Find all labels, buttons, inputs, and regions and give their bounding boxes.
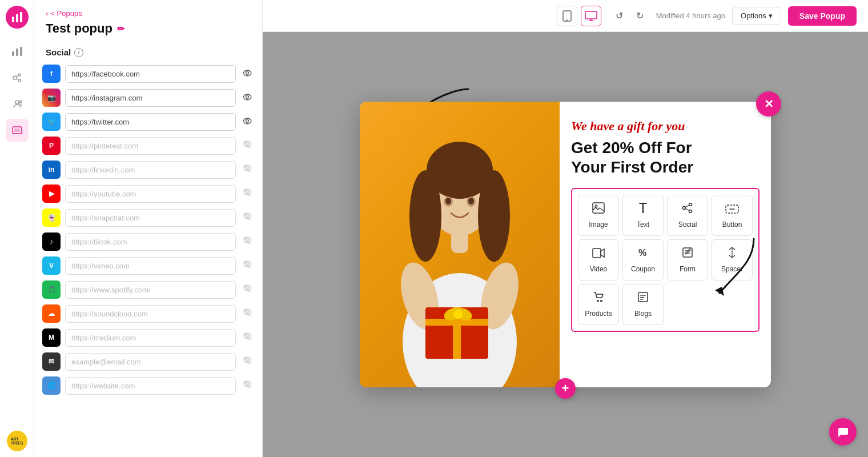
email-input[interactable] xyxy=(65,353,236,371)
social-section-title: Social i xyxy=(34,41,262,62)
vimeo-input[interactable] xyxy=(65,257,236,275)
svg-point-6 xyxy=(13,76,17,79)
website-input[interactable] xyxy=(65,377,236,395)
save-popup-button[interactable]: Save Popup xyxy=(788,6,857,26)
tiktok-input[interactable] xyxy=(65,233,236,251)
pinterest-input[interactable] xyxy=(65,137,236,155)
youtube-visibility-toggle[interactable] xyxy=(240,189,254,199)
widget-blogs[interactable]: Blogs xyxy=(622,284,664,325)
medium-input[interactable] xyxy=(65,329,236,347)
chevron-down-icon: ▾ xyxy=(769,11,773,20)
instagram-visibility-toggle[interactable] xyxy=(240,93,254,103)
products-widget-label: Products xyxy=(585,310,612,318)
popup-image-area xyxy=(360,102,560,387)
spotify-input[interactable] xyxy=(65,281,236,299)
blogs-widget-icon xyxy=(637,291,649,306)
form-widget-label: Form xyxy=(680,265,696,273)
svg-rect-1 xyxy=(16,14,18,22)
sidebar-item-analytics[interactable] xyxy=(6,40,29,63)
widget-text[interactable]: Text xyxy=(622,195,664,236)
svg-rect-4 xyxy=(16,49,18,56)
social-item-tiktok: ♪ xyxy=(34,230,262,254)
svg-line-70 xyxy=(685,209,689,211)
back-to-popups[interactable]: ‹ < Popups xyxy=(46,9,251,18)
sidebar-item-campaigns[interactable] xyxy=(6,66,29,89)
undo-btn[interactable]: ↺ xyxy=(610,7,629,25)
svg-point-52 xyxy=(453,310,463,319)
svg-rect-14 xyxy=(14,129,20,132)
soundcloud-icon: ☁ xyxy=(42,304,61,323)
spotify-visibility-toggle[interactable] xyxy=(240,284,254,295)
linkedin-icon: in xyxy=(42,161,61,179)
facebook-input[interactable] xyxy=(65,65,236,83)
widget-button[interactable]: Button xyxy=(712,195,753,236)
twitter-input[interactable] xyxy=(65,113,236,131)
email-icon: ✉ xyxy=(42,352,61,371)
svg-rect-0 xyxy=(12,17,14,22)
pinterest-visibility-toggle[interactable] xyxy=(240,141,254,151)
widget-coupon[interactable]: %Coupon xyxy=(622,239,664,280)
widget-image[interactable]: Image xyxy=(578,195,619,236)
widget-spacer[interactable]: Spacer xyxy=(712,239,753,280)
snapchat-visibility-toggle[interactable] xyxy=(240,213,254,223)
logo-button[interactable] xyxy=(6,6,29,29)
instagram-input[interactable] xyxy=(65,89,236,107)
linkedin-input[interactable] xyxy=(65,161,236,179)
website-icon: 🌐 xyxy=(42,376,61,395)
facebook-icon: f xyxy=(42,65,61,83)
mobile-device-btn[interactable] xyxy=(557,6,577,26)
add-section-btn[interactable]: + xyxy=(555,378,576,399)
text-widget-label: Text xyxy=(637,221,649,228)
social-item-facebook: f xyxy=(34,62,262,86)
sidebar-item-popups[interactable] xyxy=(6,119,29,142)
user-avatar[interactable]: ARTTREES xyxy=(7,431,27,451)
email-visibility-toggle[interactable] xyxy=(240,356,254,367)
blogs-widget-label: Blogs xyxy=(634,310,652,318)
tiktok-visibility-toggle[interactable] xyxy=(240,236,254,247)
widget-form[interactable]: Form xyxy=(667,239,708,280)
redo-btn[interactable]: ↻ xyxy=(631,7,649,25)
soundcloud-input[interactable] xyxy=(65,305,236,323)
close-popup-btn[interactable]: ✕ xyxy=(756,91,781,117)
svg-point-8 xyxy=(18,79,21,82)
chat-button[interactable] xyxy=(829,418,857,446)
desktop-device-btn[interactable] xyxy=(581,6,601,26)
video-widget-icon xyxy=(592,247,605,262)
sidebar-item-audience[interactable] xyxy=(6,93,29,115)
svg-line-9 xyxy=(17,75,18,77)
soundcloud-visibility-toggle[interactable] xyxy=(240,308,254,319)
button-widget-icon xyxy=(725,202,739,217)
social-item-instagram: 📷 xyxy=(34,86,262,110)
spacer-widget-label: Spacer xyxy=(721,265,743,273)
headline-line1: Get 20% Off For xyxy=(571,139,692,157)
svg-point-41 xyxy=(566,19,568,21)
top-bar-right: ↺ ↻ Modified 4 hours ago Options ▾ Save … xyxy=(610,6,857,26)
video-widget-label: Video xyxy=(590,265,607,273)
medium-visibility-toggle[interactable] xyxy=(240,332,254,343)
svg-point-68 xyxy=(689,210,692,213)
options-button[interactable]: Options ▾ xyxy=(732,7,781,25)
svg-point-15 xyxy=(246,72,249,75)
svg-point-55 xyxy=(409,170,441,262)
snapchat-input[interactable] xyxy=(65,209,236,227)
widget-products[interactable]: Products xyxy=(578,284,619,325)
svg-point-11 xyxy=(15,101,19,104)
edit-title-icon[interactable]: ✏ xyxy=(117,23,124,34)
social-item-spotify: 🎵 xyxy=(34,278,262,302)
snapchat-icon: 👻 xyxy=(42,209,61,227)
svg-point-66 xyxy=(689,203,692,206)
twitter-icon: 🐦 xyxy=(42,113,61,131)
facebook-visibility-toggle[interactable] xyxy=(240,69,254,79)
widget-video[interactable]: Video xyxy=(578,239,619,280)
text-widget-icon xyxy=(638,202,648,217)
youtube-input[interactable] xyxy=(65,185,236,203)
twitter-visibility-toggle[interactable] xyxy=(240,117,254,127)
linkedin-visibility-toggle[interactable] xyxy=(240,165,254,175)
vimeo-visibility-toggle[interactable] xyxy=(240,260,254,271)
person-illustration xyxy=(368,102,551,387)
sidebar-header: ‹ < Popups Test popup ✏ xyxy=(34,0,262,41)
widget-social[interactable]: Social xyxy=(667,195,708,236)
website-visibility-toggle[interactable] xyxy=(240,380,254,391)
tiktok-icon: ♪ xyxy=(42,232,61,251)
info-icon[interactable]: i xyxy=(74,48,83,57)
